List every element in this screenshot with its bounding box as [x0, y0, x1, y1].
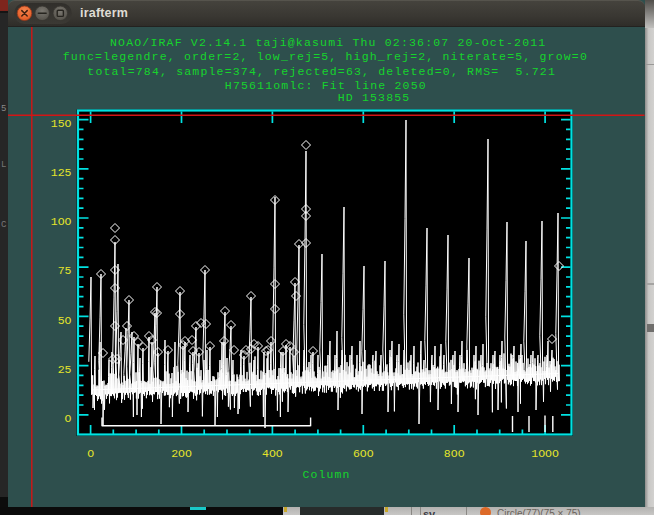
svg-text:5O: 5O	[58, 314, 72, 327]
svg-text:O: O	[65, 412, 72, 425]
svg-text:1OO: 1OO	[51, 215, 72, 228]
svg-text:8OO: 8OO	[444, 447, 465, 460]
svg-text:2OO: 2OO	[171, 447, 192, 460]
svg-text:1OOO: 1OOO	[531, 447, 559, 460]
svg-text:25: 25	[58, 363, 72, 376]
svg-text:Column: Column	[303, 468, 351, 481]
svg-text:75: 75	[58, 264, 72, 277]
svg-text:125: 125	[51, 166, 72, 179]
svg-text:15O: 15O	[51, 117, 72, 130]
svg-text:O: O	[87, 447, 94, 460]
svg-text:6OO: 6OO	[353, 447, 374, 460]
svg-text:4OO: 4OO	[262, 447, 283, 460]
